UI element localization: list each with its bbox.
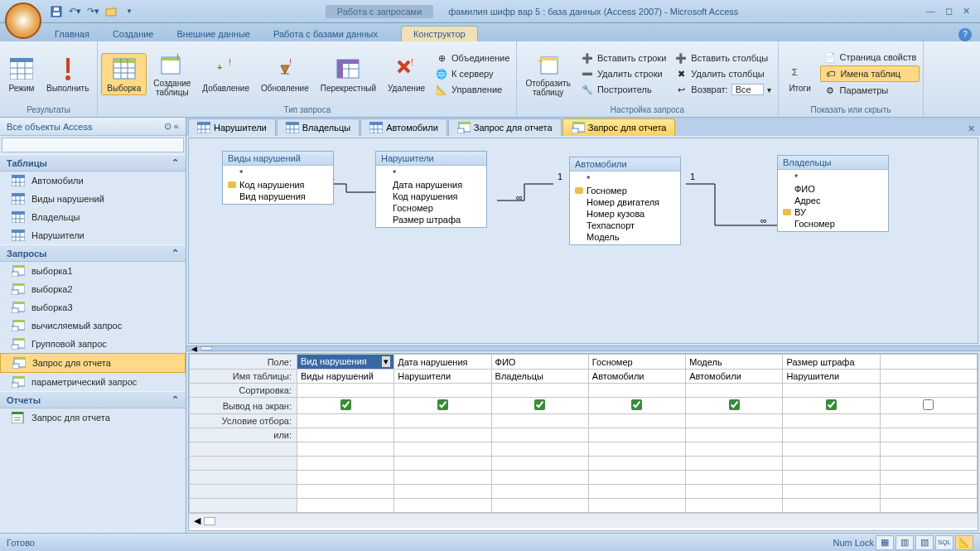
qbe-cell[interactable] bbox=[297, 384, 394, 398]
qbe-cell[interactable] bbox=[588, 414, 685, 428]
table-box-vidy[interactable]: Виды нарушений * Код нарушения Вид наруш… bbox=[222, 151, 334, 205]
select-query-button[interactable]: Выборка bbox=[101, 53, 147, 95]
doc-tab[interactable]: Запрос для отчета bbox=[562, 118, 676, 136]
qbe-show-cell[interactable] bbox=[783, 398, 880, 414]
doc-tab[interactable]: Нарушители bbox=[188, 118, 276, 136]
view-button[interactable]: Режим bbox=[3, 54, 40, 94]
nav-section-reports[interactable]: Отчеты⌃ bbox=[0, 391, 186, 408]
office-button[interactable] bbox=[5, 2, 41, 39]
close-tab-button[interactable]: ✕ bbox=[963, 122, 980, 136]
qbe-show-cell[interactable] bbox=[880, 398, 977, 414]
pivotchart-view-button[interactable]: ▧ bbox=[915, 535, 934, 550]
pivot-view-button[interactable]: ▥ bbox=[896, 535, 914, 550]
nav-item[interactable]: выборка1 bbox=[0, 262, 186, 280]
save-icon[interactable] bbox=[48, 3, 65, 20]
return-dropdown[interactable]: ↩Возврат: Все▾ bbox=[671, 82, 774, 97]
delete-cols-button[interactable]: ✖Удалить столбцы bbox=[671, 66, 774, 81]
nav-item[interactable]: выборка2 bbox=[0, 280, 186, 298]
run-button[interactable]: Выполнить bbox=[41, 54, 94, 94]
undo-icon[interactable]: ↶▾ bbox=[66, 3, 83, 20]
qbe-table-cell[interactable]: Владельцы bbox=[491, 370, 588, 384]
qbe-show-cell[interactable] bbox=[686, 398, 783, 414]
qbe-cell[interactable] bbox=[588, 428, 685, 442]
qbe-cell[interactable] bbox=[297, 428, 394, 442]
table-box-vladelcy[interactable]: Владельцы * ФИО Адрес ВУ Госномер bbox=[777, 155, 889, 232]
qbe-field-cell[interactable]: ФИО bbox=[491, 355, 588, 370]
qbe-cell[interactable] bbox=[783, 428, 880, 442]
qbe-table-cell[interactable]: Нарушители bbox=[783, 370, 880, 384]
nav-item[interactable]: выборка3 bbox=[0, 298, 186, 317]
qbe-table-cell[interactable]: Автомобили bbox=[588, 370, 685, 384]
qbe-cell[interactable] bbox=[491, 414, 588, 428]
qbe-cell[interactable] bbox=[783, 414, 880, 428]
insert-rows-button[interactable]: ➕Вставить строки bbox=[577, 51, 669, 65]
design-view-button[interactable]: 📐 bbox=[955, 535, 973, 550]
minimize-button[interactable]: — bbox=[926, 6, 935, 17]
crosstab-button[interactable]: Перекрестный bbox=[316, 54, 381, 94]
qbe-cell[interactable] bbox=[394, 384, 491, 398]
qbe-table-cell[interactable] bbox=[880, 370, 977, 384]
datasheet-view-button[interactable]: ▦ bbox=[876, 535, 894, 550]
maximize-button[interactable]: ◻ bbox=[945, 6, 953, 17]
doc-tab[interactable]: Автомобили bbox=[360, 118, 447, 136]
qbe-field-cell[interactable]: Дата нарушения bbox=[394, 355, 491, 370]
qbe-cell[interactable] bbox=[686, 428, 783, 442]
doc-tab[interactable]: Владельцы bbox=[277, 118, 360, 136]
qbe-cell[interactable] bbox=[491, 384, 588, 398]
tab-create[interactable]: Создание bbox=[101, 27, 166, 41]
qbe-cell[interactable] bbox=[588, 384, 685, 398]
delete-rows-button[interactable]: ➖Удалить строки bbox=[577, 66, 669, 81]
qbe-field-cell[interactable] bbox=[880, 355, 977, 370]
qbe-field-cell[interactable]: Госномер bbox=[588, 355, 685, 370]
nav-search-input[interactable] bbox=[2, 138, 184, 152]
qbe-show-cell[interactable] bbox=[491, 398, 588, 414]
qbe-show-cell[interactable] bbox=[297, 398, 394, 414]
tab-home[interactable]: Главная bbox=[43, 27, 101, 41]
qbe-cell[interactable] bbox=[783, 384, 880, 398]
property-sheet-button[interactable]: 📄Страница свойств bbox=[820, 50, 920, 65]
qbe-field-cell[interactable]: Размер штрафа bbox=[783, 355, 880, 370]
totals-button[interactable]: Σ Итоги bbox=[782, 54, 818, 94]
nav-item[interactable]: параметрический запрос bbox=[0, 373, 186, 391]
qat-customize-icon[interactable]: ▼ bbox=[121, 3, 138, 20]
qbe-cell[interactable] bbox=[880, 428, 977, 442]
data-def-button[interactable]: 📐Управление bbox=[432, 82, 513, 97]
qbe-cell[interactable] bbox=[394, 428, 491, 442]
qbe-table-cell[interactable]: Виды нарушений bbox=[297, 370, 394, 384]
qbe-cell[interactable] bbox=[686, 414, 783, 428]
nav-section-tables[interactable]: Таблицы⌃ bbox=[0, 154, 186, 172]
qbe-cell[interactable] bbox=[491, 428, 588, 442]
diagram-pane[interactable]: 1 ∞ 1 1 ∞ Виды нарушений * Код нарушения… bbox=[188, 138, 978, 344]
sql-view-button[interactable]: SQL bbox=[935, 535, 953, 550]
nav-section-queries[interactable]: Запросы⌃ bbox=[0, 244, 186, 262]
show-table-button[interactable]: + Отобразить таблицу bbox=[520, 49, 576, 99]
table-box-avtomobili[interactable]: Автомобили * Госномер Номер двигателя Но… bbox=[569, 157, 681, 245]
close-button[interactable]: ✕ bbox=[963, 6, 970, 17]
passthrough-button[interactable]: 🌐К серверу bbox=[432, 66, 513, 81]
nav-item[interactable]: Групповой запрос bbox=[0, 335, 186, 353]
tab-external[interactable]: Внешние данные bbox=[166, 27, 262, 41]
qbe-field-cell[interactable]: Вид нарушения ▾ bbox=[297, 355, 394, 370]
nav-item[interactable]: вычисляемый запрос bbox=[0, 317, 186, 335]
qbe-cell[interactable] bbox=[686, 384, 783, 398]
nav-item[interactable]: Автомобили bbox=[0, 172, 186, 190]
make-table-button[interactable]: ! Создание таблицы bbox=[148, 49, 196, 99]
qbe-table-cell[interactable]: Нарушители bbox=[394, 370, 491, 384]
qbe-cell[interactable] bbox=[297, 414, 394, 428]
qbe-show-cell[interactable] bbox=[394, 398, 491, 414]
qbe-cell[interactable] bbox=[880, 384, 977, 398]
table-box-narushiteli[interactable]: Нарушители * Дата нарушения Код нарушени… bbox=[375, 151, 487, 228]
help-button[interactable]: ? bbox=[958, 28, 972, 41]
qbe-scrollbar[interactable]: ◀ bbox=[189, 513, 978, 528]
open-icon[interactable] bbox=[103, 3, 119, 20]
delete-button[interactable]: ! Удаление bbox=[383, 54, 430, 94]
qbe-grid[interactable]: Поле:Вид нарушения ▾Дата нарушенияФИОГос… bbox=[188, 353, 978, 531]
parameters-button[interactable]: ⚙Параметры bbox=[820, 83, 920, 98]
qbe-cell[interactable] bbox=[394, 414, 491, 428]
nav-item[interactable]: Запрос для отчета bbox=[0, 353, 186, 373]
union-button[interactable]: ⊕Объединение bbox=[432, 51, 513, 65]
nav-item[interactable]: Владельцы bbox=[0, 208, 186, 226]
qbe-show-cell[interactable] bbox=[588, 398, 685, 414]
nav-item[interactable]: Нарушители bbox=[0, 226, 186, 244]
nav-item[interactable]: Виды нарушений bbox=[0, 190, 186, 208]
